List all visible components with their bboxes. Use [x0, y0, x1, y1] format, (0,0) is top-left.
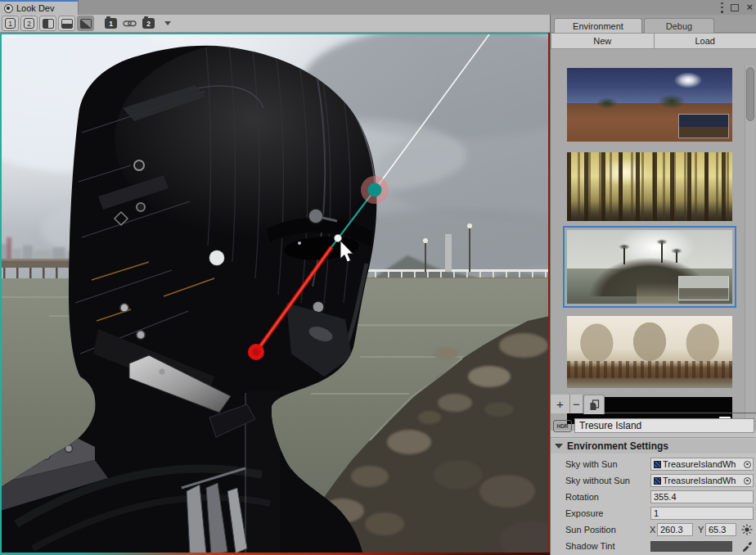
split-diagonal-button[interactable]: [77, 16, 94, 31]
environment-thumbnail-desert-sky[interactable]: [567, 68, 732, 142]
y-axis-label: Y: [698, 525, 704, 535]
camera-2-button[interactable]: 2: [140, 16, 157, 31]
single-view-2-button[interactable]: 2: [20, 16, 38, 31]
environment-thumbnail-forest[interactable]: [567, 152, 732, 221]
foldout-arrow-icon: [555, 444, 563, 449]
new-button[interactable]: New: [551, 33, 655, 49]
title-bar: Look Dev ×: [0, 0, 756, 15]
lookdev-window: Look Dev × 1 2 1: [0, 0, 756, 555]
single-view-1-button[interactable]: 1: [2, 16, 19, 31]
split-horizontal-icon: [61, 19, 73, 29]
lookdev-viewport[interactable]: [0, 33, 550, 555]
environment-thumbnail-treasure-island[interactable]: [567, 230, 732, 304]
library-actions: New Load: [551, 33, 756, 49]
sun-icon: [741, 524, 753, 535]
x-axis-label: X: [650, 525, 655, 535]
panel-tab-strip: Environment Debug: [551, 15, 756, 33]
view1-frame-top: [0, 33, 550, 34]
environment-thumbnail-church-interior[interactable]: [567, 316, 732, 388]
row-shadow-tint: Shadow Tint: [551, 539, 756, 553]
split-vertical-icon: [43, 19, 54, 29]
split-horizontal-button[interactable]: [58, 16, 75, 31]
camera-1-button[interactable]: 1: [102, 16, 119, 31]
split-vertical-button[interactable]: [39, 16, 56, 31]
eyedropper-button[interactable]: [741, 540, 753, 555]
shadow-tint-swatch[interactable]: [650, 541, 732, 552]
window-title: Look Dev: [16, 3, 54, 13]
hdr-badge: HDR: [553, 420, 572, 432]
object-picker-icon[interactable]: [744, 461, 751, 468]
row-sun-position: Sun Position X 260.3 Y 65.3: [551, 522, 756, 537]
row-sky-with-sun: Sky with Sun TreasureIslandWh: [551, 457, 756, 472]
close-icon[interactable]: ×: [746, 3, 753, 11]
texture-icon: [654, 477, 661, 485]
environment-list: [551, 49, 756, 431]
duplicate-environment-button[interactable]: [583, 395, 605, 414]
render-scene: [0, 33, 550, 555]
sky-with-sun-object-field[interactable]: TreasureIslandWh: [650, 458, 754, 471]
link-icon: [123, 19, 137, 28]
view1-handle[interactable]: [368, 183, 382, 197]
row-rotation: Rotation 355.4: [551, 490, 756, 504]
sun-picker-button[interactable]: [741, 524, 753, 539]
split-diagonal-icon: [80, 19, 92, 29]
camera-2-icon: 2: [142, 18, 155, 29]
camera-1-icon: 1: [105, 18, 117, 29]
scrollbar-thumb[interactable]: [746, 67, 754, 121]
view1-frame-left: [0, 33, 2, 555]
lookdev-side-panel: Environment Debug New Load: [550, 15, 756, 555]
eyedropper-icon: [741, 540, 753, 552]
shadow-inset-thumbnail: [678, 276, 729, 300]
window-tab-lookdev[interactable]: Look Dev: [0, 0, 79, 15]
exposure-field[interactable]: 1: [650, 507, 754, 520]
eye-icon: [4, 4, 13, 13]
single-view-2-icon: 2: [24, 18, 34, 29]
camera-dropdown-button[interactable]: [159, 16, 176, 31]
divider: [551, 437, 756, 438]
duplicate-icon: [589, 399, 600, 411]
tab-environment[interactable]: Environment: [554, 18, 642, 33]
lookdev-toolbar: 1 2 1 2: [0, 15, 550, 33]
maximize-icon[interactable]: [731, 4, 739, 11]
environment-name-row: HDR Tresure Island: [551, 417, 756, 435]
view2-frame-right: [548, 33, 550, 555]
environment-list-scrollbar[interactable]: [745, 65, 755, 431]
link-cameras-button[interactable]: [121, 16, 138, 31]
tab-debug[interactable]: Debug: [644, 18, 714, 33]
environment-settings-header[interactable]: Environment Settings: [551, 439, 756, 453]
environment-list-toolbar: + −: [551, 395, 756, 413]
rotation-field[interactable]: 355.4: [650, 490, 754, 503]
sun-position-y-field[interactable]: 65.3: [705, 523, 736, 536]
add-environment-button[interactable]: +: [551, 395, 570, 413]
chevron-down-icon: [164, 21, 171, 25]
row-sky-without-sun: Sky without Sun TreasureIslandWh: [551, 473, 756, 488]
sky-without-sun-object-field[interactable]: TreasureIslandWh: [650, 474, 754, 487]
remove-environment-button[interactable]: −: [570, 395, 583, 413]
sun-position-x-field[interactable]: 260.3: [657, 523, 693, 536]
environment-name-field[interactable]: Tresure Island: [574, 418, 754, 433]
texture-icon: [654, 461, 661, 468]
row-exposure: Exposure 1: [551, 506, 756, 521]
kebab-menu-icon[interactable]: [721, 2, 723, 13]
load-button[interactable]: Load: [655, 33, 756, 49]
shadow-inset-thumbnail: [678, 114, 729, 138]
object-picker-icon[interactable]: [744, 477, 751, 485]
single-view-1-icon: 1: [5, 18, 16, 29]
